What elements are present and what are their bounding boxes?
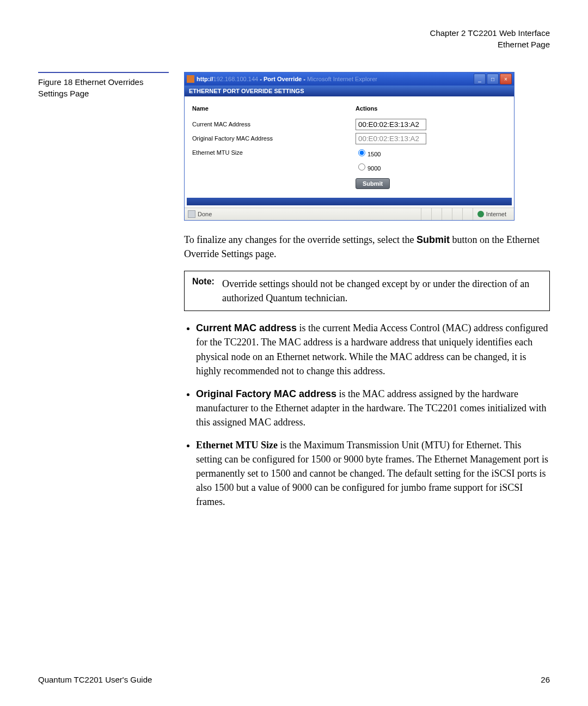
status-text: Done bbox=[198, 211, 212, 217]
note-label: Note: bbox=[192, 277, 215, 305]
status-bar: Done Internet bbox=[185, 208, 514, 220]
mtu-radio-9000[interactable] bbox=[358, 163, 365, 171]
mtu-radio-1500[interactable] bbox=[358, 149, 365, 156]
divider bbox=[38, 72, 169, 73]
mtu-label: Ethernet MTU Size bbox=[192, 149, 356, 156]
note-text: Override settings should not be changed … bbox=[222, 277, 542, 305]
maximize-button[interactable]: □ bbox=[487, 74, 499, 84]
list-item: Current MAC address is the current Media… bbox=[196, 321, 550, 378]
bottom-strip bbox=[187, 198, 512, 205]
list-item: Original Factory MAC address is the MAC … bbox=[196, 387, 550, 429]
page-icon bbox=[188, 210, 195, 218]
bullet-list: Current MAC address is the current Media… bbox=[184, 321, 550, 509]
figure-caption: Figure 18 Ethernet Overrides Settings Pa… bbox=[38, 72, 163, 99]
current-mac-label: Current MAC Address bbox=[192, 121, 356, 127]
internet-zone-label: Internet bbox=[486, 211, 506, 217]
header-line-2: Ethernet Page bbox=[38, 39, 550, 50]
ie-icon bbox=[187, 75, 194, 83]
section-header: ETHERNET PORT OVERRIDE SETTINGS bbox=[185, 86, 514, 96]
minimize-button[interactable]: _ bbox=[474, 74, 486, 84]
header-line-1: Chapter 2 TC2201 Web Interface bbox=[38, 27, 550, 39]
body-paragraph-1: To finalize any changes for the override… bbox=[184, 233, 550, 261]
footer-left: Quantum TC2201 User's Guide bbox=[38, 675, 152, 684]
list-item: Ethernet MTU Size is the Maximum Transmi… bbox=[196, 438, 550, 509]
current-mac-input[interactable] bbox=[356, 119, 426, 130]
page-header: Chapter 2 TC2201 Web Interface Ethernet … bbox=[38, 27, 550, 50]
browser-window: http://192.168.100.144 - Port Override -… bbox=[184, 72, 514, 221]
factory-mac-label: Original Factory MAC Address bbox=[192, 135, 356, 142]
submit-button[interactable]: Submit bbox=[356, 178, 390, 189]
page-footer: Quantum TC2201 User's Guide 26 bbox=[38, 675, 550, 684]
titlebar: http://192.168.100.144 - Port Override -… bbox=[185, 72, 514, 86]
close-button[interactable]: × bbox=[500, 74, 512, 84]
internet-zone-icon bbox=[477, 211, 484, 217]
mtu-9000-label: 9000 bbox=[367, 165, 381, 172]
factory-mac-input bbox=[356, 133, 426, 144]
column-header-name: Name bbox=[192, 105, 356, 112]
window-title: http://192.168.100.144 - Port Override -… bbox=[197, 76, 474, 82]
page-number: 26 bbox=[541, 675, 550, 684]
column-header-actions: Actions bbox=[356, 105, 377, 112]
note-box: Note: Override settings should not be ch… bbox=[184, 271, 550, 311]
mtu-1500-label: 1500 bbox=[367, 151, 381, 157]
